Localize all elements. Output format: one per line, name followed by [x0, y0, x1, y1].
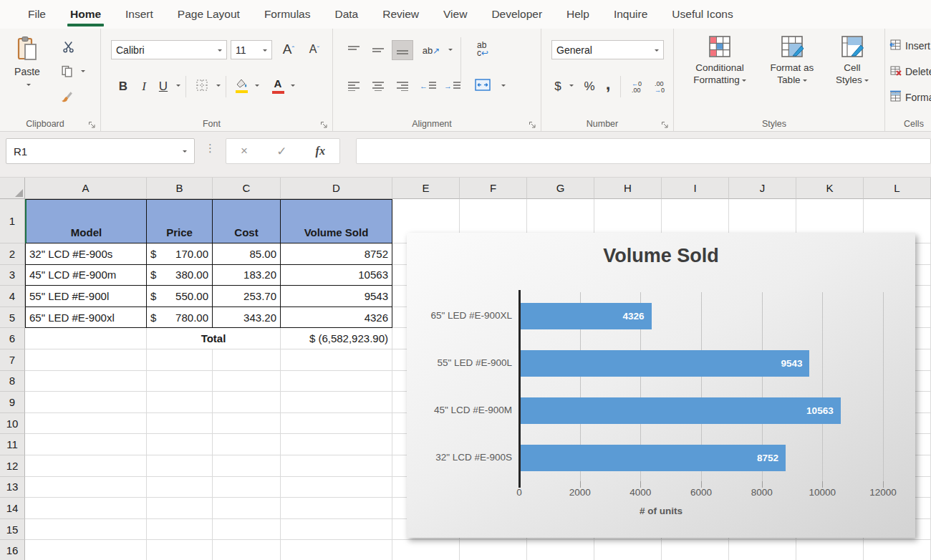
row-header[interactable]: 3	[0, 265, 25, 286]
cell-b1[interactable]: Price	[147, 199, 213, 243]
cell-b5[interactable]: $780.00	[147, 307, 213, 329]
row-header[interactable]: 8	[0, 371, 25, 392]
cell[interactable]	[392, 540, 931, 560]
cell[interactable]	[281, 477, 392, 498]
cell[interactable]	[281, 413, 392, 435]
align-left-button[interactable]	[343, 76, 365, 96]
format-painter-button[interactable]	[57, 89, 76, 107]
italic-button[interactable]: I	[135, 76, 153, 97]
cell-a5[interactable]: 65" LED #E-900xl	[25, 307, 147, 329]
decrease-font-size-button[interactable]: Aˇ	[303, 39, 326, 60]
cell[interactable]	[147, 349, 213, 371]
row-header[interactable]: 11	[0, 434, 25, 455]
cell-styles-button[interactable]: Cell Styles	[826, 34, 879, 86]
column-header[interactable]: I	[662, 178, 729, 199]
cut-button[interactable]	[59, 39, 77, 57]
tab-view[interactable]: View	[431, 0, 479, 29]
column-header[interactable]: E	[392, 178, 460, 199]
cell[interactable]	[147, 540, 213, 560]
align-right-button[interactable]	[392, 76, 413, 96]
tab-page-layout[interactable]: Page Layout	[165, 0, 252, 29]
cell-a3[interactable]: 45" LCD #E-900m	[25, 265, 147, 286]
decrease-decimal-button[interactable]: .00→0	[649, 77, 670, 97]
copy-dropdown-icon[interactable]	[81, 70, 85, 74]
column-header[interactable]: D	[281, 178, 392, 199]
cell-c3[interactable]: 183.20	[213, 265, 281, 286]
column-header[interactable]: C	[213, 178, 281, 199]
cell-d4[interactable]: 9543	[281, 286, 392, 307]
insert-function-icon[interactable]: fx	[316, 145, 325, 158]
cell[interactable]	[25, 540, 147, 560]
column-header[interactable]: A	[25, 178, 147, 199]
cell[interactable]	[25, 434, 147, 455]
cell[interactable]	[213, 371, 281, 392]
cell[interactable]	[281, 371, 392, 392]
enter-icon[interactable]: ✓	[276, 144, 286, 159]
cell[interactable]	[25, 371, 147, 392]
orientation-button[interactable]: ab↗	[419, 40, 443, 60]
number-dialog-launcher-icon[interactable]	[661, 119, 670, 127]
percent-style-button[interactable]: %	[580, 76, 599, 97]
fill-color-dropdown-icon[interactable]	[255, 85, 259, 89]
embedded-chart[interactable]: Volume Sold 0200040006000800010000120004…	[407, 233, 915, 538]
cell[interactable]	[281, 392, 392, 413]
currency-dropdown-icon[interactable]	[569, 85, 574, 89]
merge-center-button[interactable]	[471, 76, 495, 96]
copy-button[interactable]	[57, 63, 76, 82]
formula-input[interactable]	[356, 138, 931, 164]
cell[interactable]	[281, 540, 392, 560]
cell[interactable]	[147, 371, 213, 392]
name-box[interactable]: R1	[6, 138, 195, 164]
column-header[interactable]: G	[527, 178, 594, 199]
row-header[interactable]: 12	[0, 455, 25, 477]
decrease-indent-button[interactable]: ←	[418, 76, 439, 96]
wrap-text-button[interactable]: abc↩	[471, 39, 495, 60]
cell[interactable]	[25, 392, 147, 413]
fill-color-button[interactable]	[233, 76, 251, 97]
tab-review[interactable]: Review	[370, 0, 431, 29]
cell[interactable]	[25, 477, 147, 498]
cell[interactable]	[281, 434, 392, 455]
cell[interactable]	[147, 413, 213, 435]
cell-d1[interactable]: Volume Sold	[281, 199, 392, 243]
cell-a4[interactable]: 55" LED #E-900l	[25, 286, 147, 307]
alignment-dialog-launcher-icon[interactable]	[529, 119, 537, 127]
cell[interactable]	[281, 455, 392, 477]
cell[interactable]	[147, 392, 213, 413]
borders-button[interactable]	[193, 77, 211, 96]
row-header[interactable]: 2	[0, 243, 25, 265]
orientation-dropdown-icon[interactable]	[448, 49, 453, 53]
cell[interactable]	[25, 455, 147, 477]
cell[interactable]	[213, 455, 281, 477]
insert-cells-button[interactable]: Insert	[889, 39, 930, 53]
cell-c4[interactable]: 253.70	[213, 286, 281, 307]
font-color-dropdown-icon[interactable]	[291, 85, 295, 89]
font-size-select[interactable]: 11	[231, 40, 272, 59]
column-header[interactable]: K	[796, 178, 864, 199]
column-header[interactable]: L	[864, 178, 931, 199]
underline-button[interactable]: U	[154, 76, 173, 97]
font-color-button[interactable]: A	[269, 76, 287, 97]
format-as-table-button[interactable]: Format as Table	[761, 34, 823, 86]
cell-c5[interactable]: 343.20	[213, 307, 281, 329]
conditional-formatting-button[interactable]: Conditional Formatting	[681, 34, 758, 86]
tab-formulas[interactable]: Formulas	[252, 0, 323, 29]
select-all-corner[interactable]	[0, 178, 25, 199]
cell[interactable]	[147, 498, 213, 519]
underline-dropdown-icon[interactable]	[176, 85, 180, 89]
tab-useful-icons[interactable]: Useful Icons	[660, 0, 745, 29]
row-header[interactable]: 5	[0, 307, 25, 329]
bold-button[interactable]: B	[114, 76, 132, 97]
cell-d3[interactable]: 10563	[281, 265, 392, 286]
clipboard-dialog-launcher-icon[interactable]	[88, 119, 97, 127]
column-header[interactable]: H	[594, 178, 662, 199]
row-header[interactable]: 13	[0, 477, 25, 498]
tab-help[interactable]: Help	[554, 0, 602, 29]
cell[interactable]	[213, 349, 281, 371]
delete-cells-button[interactable]: Delete	[889, 64, 931, 79]
cancel-icon[interactable]: ×	[241, 144, 248, 158]
format-cells-button[interactable]: Format	[889, 90, 931, 105]
cell[interactable]	[213, 477, 281, 498]
cell-a1[interactable]: Model	[25, 199, 147, 243]
cell[interactable]	[213, 519, 281, 541]
